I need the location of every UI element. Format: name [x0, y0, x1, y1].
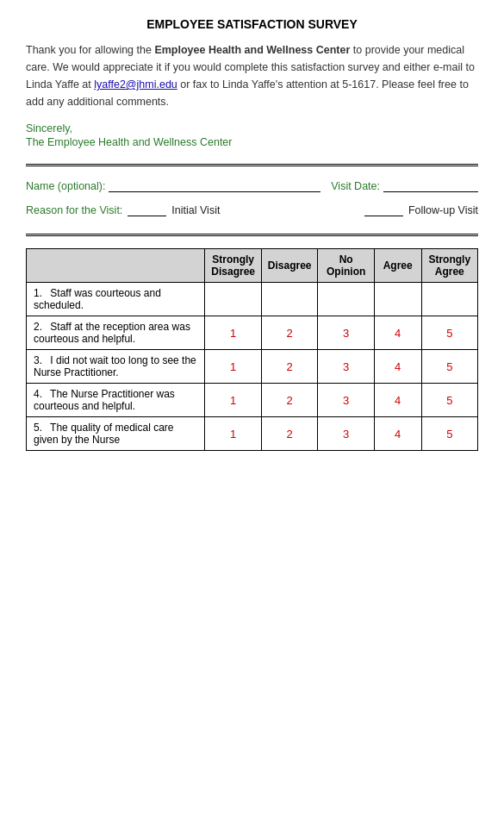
- name-label: Name (optional):: [26, 180, 105, 192]
- answer-5-1[interactable]: 1: [205, 417, 262, 451]
- bottom-divider: [26, 234, 478, 236]
- table-row: 4. The Nurse Practitioner was courteous …: [27, 384, 478, 417]
- col-header-question: [27, 249, 205, 283]
- answer-1-3[interactable]: [318, 283, 375, 316]
- name-input-line[interactable]: [109, 178, 320, 192]
- table-row: 3. I did not wait too long to see the Nu…: [27, 350, 478, 384]
- visit-date-label: Visit Date:: [331, 180, 380, 192]
- question-cell-1: 1. Staff was courteous and scheduled.: [27, 283, 205, 316]
- col-header-strongly-disagree: Strongly Disagree: [205, 249, 262, 283]
- question-cell-4: 4. The Nurse Practitioner was courteous …: [27, 384, 205, 417]
- name-row: Name (optional): Visit Date:: [26, 178, 478, 192]
- answer-3-5[interactable]: 5: [421, 350, 478, 384]
- answer-2-1[interactable]: 1: [205, 316, 262, 350]
- col-header-no-opinion: No Opinion: [318, 249, 375, 283]
- answer-5-4[interactable]: 4: [374, 417, 421, 451]
- answer-5-5[interactable]: 5: [421, 417, 478, 451]
- answer-1-1[interactable]: [205, 283, 262, 316]
- page-title: EMPLOYEE SATISFACTION SURVEY: [26, 17, 478, 31]
- answer-5-2[interactable]: 2: [261, 417, 318, 451]
- answer-1-4[interactable]: [374, 283, 421, 316]
- table-row: 2. Staff at the reception area was court…: [27, 316, 478, 350]
- answer-1-2[interactable]: [261, 283, 318, 316]
- answer-2-3[interactable]: 3: [318, 316, 375, 350]
- intro-text: Thank you for allowing the Employee Heal…: [26, 41, 478, 110]
- answer-2-2[interactable]: 2: [261, 316, 318, 350]
- visit-date-line[interactable]: [383, 178, 478, 192]
- question-cell-2: 2. Staff at the reception area was court…: [27, 316, 205, 350]
- answer-2-4[interactable]: 4: [374, 316, 421, 350]
- answer-4-1[interactable]: 1: [205, 384, 262, 417]
- reason-label: Reason for the Visit:: [26, 204, 122, 216]
- col-header-agree: Agree: [374, 249, 421, 283]
- visit-row: Reason for the Visit: Initial Visit Foll…: [26, 203, 478, 216]
- answer-3-3[interactable]: 3: [318, 350, 375, 384]
- org-name-text: The Employee Health and Wellness Center: [26, 136, 478, 148]
- col-header-disagree: Disagree: [261, 249, 318, 283]
- initial-visit-text: Initial Visit: [171, 204, 220, 216]
- answer-4-3[interactable]: 3: [318, 384, 375, 417]
- followup-visit-text: Follow-up Visit: [408, 204, 478, 216]
- answer-4-2[interactable]: 2: [261, 384, 318, 417]
- table-header-row: Strongly Disagree Disagree No Opinion Ag…: [27, 249, 478, 283]
- table-row: 5. The quality of medical care given by …: [27, 417, 478, 451]
- answer-5-3[interactable]: 3: [318, 417, 375, 451]
- org-name-bold: Employee Health and Wellness Center: [154, 44, 350, 56]
- survey-table: Strongly Disagree Disagree No Opinion Ag…: [26, 248, 478, 451]
- intro-part1: Thank you for allowing the: [26, 44, 154, 56]
- answer-1-5[interactable]: [421, 283, 478, 316]
- question-cell-3: 3. I did not wait too long to see the Nu…: [27, 350, 205, 384]
- col-header-strongly-agree: Strongly Agree: [421, 249, 478, 283]
- answer-3-1[interactable]: 1: [205, 350, 262, 384]
- sincerely-text: Sincerely,: [26, 122, 478, 134]
- answer-4-5[interactable]: 5: [421, 384, 478, 417]
- answer-3-4[interactable]: 4: [374, 350, 421, 384]
- table-row: 1. Staff was courteous and scheduled.: [27, 283, 478, 316]
- top-divider: [26, 164, 478, 166]
- answer-3-2[interactable]: 2: [261, 350, 318, 384]
- followup-visit-line[interactable]: [364, 203, 403, 216]
- question-cell-5: 5. The quality of medical care given by …: [27, 417, 205, 451]
- initial-visit-line[interactable]: [128, 203, 166, 216]
- email-link[interactable]: lyaffe2@jhmi.edu: [94, 78, 177, 91]
- answer-2-5[interactable]: 5: [421, 316, 478, 350]
- answer-4-4[interactable]: 4: [374, 384, 421, 417]
